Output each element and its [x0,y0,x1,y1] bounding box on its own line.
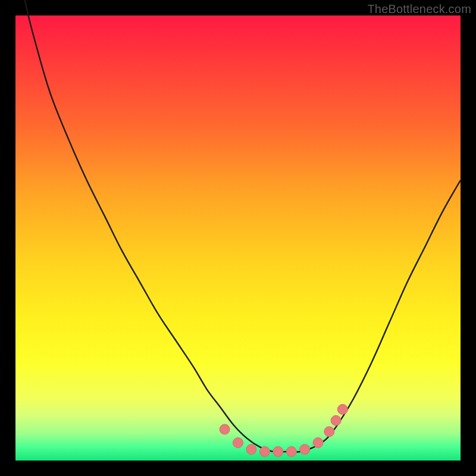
curve-marker [220,424,230,434]
plot-area [15,15,461,461]
watermark-text: TheBottleneck.com [367,2,471,16]
curve-marker [286,447,296,457]
curve-marker [324,427,334,437]
curve-marker [246,444,256,455]
curve-marker [300,444,310,455]
curve-marker [233,438,243,448]
curve-line [15,0,461,452]
bottleneck-curve [15,15,461,461]
curve-marker [313,438,323,448]
curve-marker [331,415,341,425]
curve-marker [259,447,270,457]
curve-marker [273,447,283,457]
chart-frame: TheBottleneck.com [0,0,476,476]
curve-marker [337,405,347,415]
